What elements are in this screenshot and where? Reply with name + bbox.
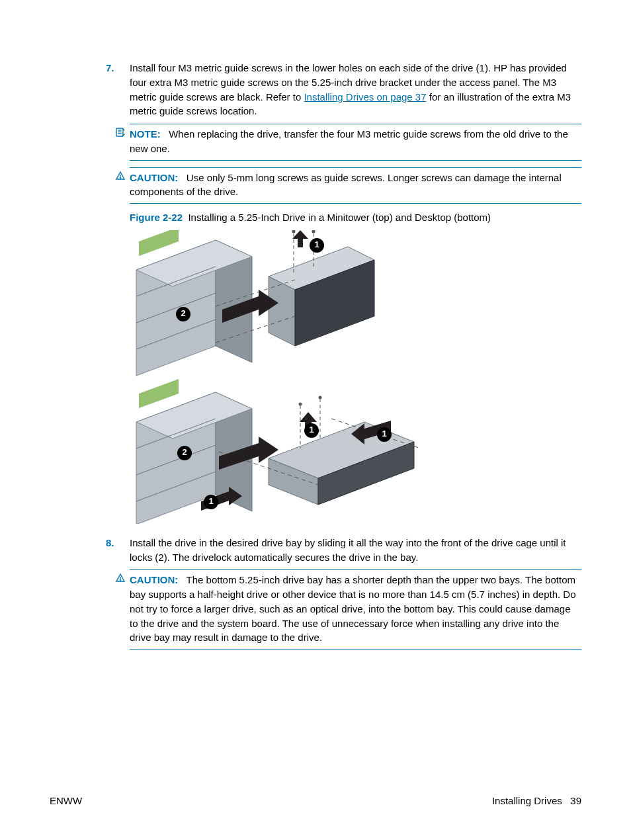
svg-rect-9 [139,230,179,256]
svg-rect-27 [139,379,179,408]
caution-icon [115,171,126,181]
callout-2: 2 [176,307,190,321]
step-7: 7. Install four M3 metric guide screws i… [119,61,581,118]
note-label: NOTE: [130,128,161,140]
footer-section: Installing Drives [492,795,562,806]
page: 7. Install four M3 metric guide screws i… [0,0,631,840]
svg-point-36 [319,396,322,399]
callout-1: 1 [304,423,319,438]
caution-admonition: CAUTION: The bottom 5.25-inch drive bay … [130,569,581,650]
note-admonition: NOTE: When replacing the drive, transfer… [130,124,581,161]
figure-caption: Figure 2-22 Installing a 5.25-Inch Drive… [130,210,581,225]
page-number: 39 [570,795,581,806]
page-footer: ENWW Installing Drives 39 [50,794,581,808]
step-body: Install four M3 metric guide screws in t… [130,61,581,118]
caution-label: CAUTION: [130,574,178,585]
step-8: 8. Install the drive in the desired driv… [119,536,581,565]
callout-1: 1 [377,427,392,442]
figure-image: 1 2 1 1 2 1 [130,230,427,524]
caution-text: Use only 5-mm long screws as guide screw… [130,172,562,198]
note-text: When replacing the drive, transfer the f… [130,128,568,154]
svg-point-2 [120,177,120,178]
caution-label: CAUTION: [130,172,178,183]
callout-2: 2 [177,446,192,460]
caution-icon [115,573,126,583]
step-number: 8. [106,536,114,550]
figure-caption-text: Installing a 5.25-Inch Drive in a Minito… [188,212,491,223]
footer-left: ENWW [50,794,82,808]
caution-text: The bottom 5.25-inch drive bay has a sho… [130,574,576,643]
step-number: 7. [106,61,114,75]
caution-admonition: CAUTION: Use only 5-mm long screws as gu… [130,167,581,204]
svg-point-35 [299,402,302,405]
step-body: Install the drive in the desired drive b… [130,536,581,565]
footer-right: Installing Drives 39 [492,794,581,808]
svg-point-18 [312,230,316,233]
note-icon [115,127,126,138]
callout-1: 1 [310,238,324,253]
figure-label: Figure 2-22 [130,212,183,223]
svg-point-42 [120,580,120,581]
content-area: 7. Install four M3 metric guide screws i… [119,61,581,650]
link-installing-drives[interactable]: Installing Drives on page 37 [304,91,426,103]
callout-1: 1 [204,495,218,509]
svg-point-17 [292,230,296,233]
